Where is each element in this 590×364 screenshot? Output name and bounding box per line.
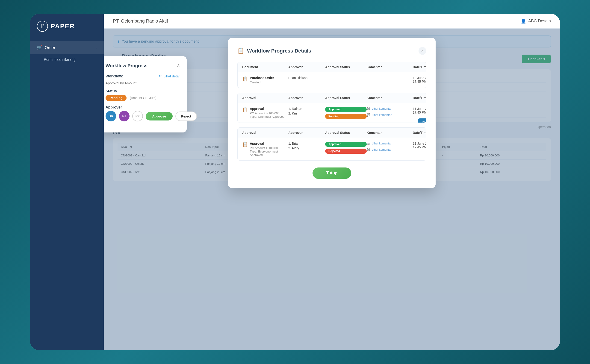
workflow-section-document: Document Approver Approval Status Koment… [237,62,426,88]
approval-icon2: 📋 [242,142,248,147]
logo-text: PAPER [51,23,75,30]
col-datetime3: Date/Time [413,131,426,135]
detail-link-text: Lihat detail [164,74,180,78]
approval2-title: Approval [250,142,288,145]
approver-name2: 2. Kris [288,111,325,115]
avatar-py: PY [132,111,143,121]
comment-link3[interactable]: 💬 Lihat komentar [367,142,413,145]
avatar-br: BR [105,111,116,121]
col-datetime2: Date/Time [413,96,426,100]
col-document: Document [242,65,288,69]
comment-text3: Lihat komentar [372,142,392,145]
workflow-label: Workflow: [105,74,123,78]
avatar-pj: PJ [119,111,130,121]
date2-line2: 17.45 PM [413,110,426,114]
workflow-modal: 📋 Workflow Progress Details × Document A… [228,38,436,188]
section-header: Document Approver Approval Status Koment… [238,62,426,72]
col-approval3: Approval [242,131,288,135]
komentar-col2: 💬 Lihat komentar 💬 Lihat komentar [367,107,413,118]
sidebar-logo: ℙ PAPER [30,21,104,41]
date-line2: 17.45 PM [413,80,426,83]
status-row: Pending (Amount >10 Juta) [105,95,180,101]
topbar: PT. Gelombang Radio Aktif 👤 ABC Desain [104,14,560,29]
workflow-section-approval1: Approval Approver Approval Status Koment… [237,93,426,123]
user-info: 👤 ABC Desain [521,19,551,24]
doc-col2: 📋 Approval PO Amount > 100.000 Type: One… [242,107,288,118]
panel-collapse-icon[interactable]: ∧ [177,63,180,69]
section-body-document: 📋 Purchase Order Created Brian Ridwan - … [238,72,426,88]
status-badge-pending1: Pending [325,114,367,119]
col-komentar2: Komentar [367,96,413,100]
date3-line1: 11 June 2020, [413,142,426,145]
col-komentar: Komentar [367,65,413,69]
doc-col: 📋 Purchase Order Created [242,76,288,84]
modal-footer: Tutup [237,168,426,179]
komentar-col: - [367,76,413,80]
status-badge-rejected: Rejected [325,149,367,154]
tutup-button[interactable]: Tutup [313,168,351,179]
comment-link2[interactable]: 💬 Lihat komentar [367,113,413,117]
page-content: ℹ You have a pending approval for this d… [104,29,560,350]
col-approval: Approval [242,96,288,100]
datetime-col3: 11 June 2020, 17.45 PM [413,142,426,149]
comment-icon2: 💬 [367,113,370,117]
detail-link[interactable]: 👁 Lihat detail [158,74,180,78]
approver-col: Brian Ridwan [288,76,325,80]
comment-icon1: 💬 [367,107,370,110]
workflow-panel: Workflow Progress ∧ Workflow: 👁 Lihat de… [104,56,187,132]
user-icon: 👤 [521,19,526,24]
col-datetime: Date/Time [413,65,426,69]
sidebar: ℙ PAPER 🛒 Order › Permintaan Barang [30,14,104,350]
approver-name4: 2. Aldry [288,146,325,150]
date2-line1: 11 June 2020, [413,107,426,110]
status-badge-approved1: Approved [325,107,367,112]
col-komentar3: Komentar [367,131,413,135]
approval-icon: 📋 [242,107,248,112]
approval-sub2: Type: One must Approved [250,115,284,118]
date-line1: 10 June 2020, [413,76,426,80]
company-name: PT. Gelombang Radio Aktif [113,19,168,24]
panel-status-badge: Pending [105,95,126,101]
approve-button[interactable]: Approve [146,112,173,120]
doc-title: Purchase Order [250,76,274,80]
eye-icon: 👁 [158,74,162,78]
doc-sub: Created [250,81,274,84]
status-col3: Approved Rejected [325,142,367,154]
section-body-approval1: 📋 Approval PO Amount > 100.000 Type: One… [238,103,426,123]
comment-link1[interactable]: 💬 Lihat komentar [367,107,413,110]
status-label: Status [105,89,180,93]
comment-text4: Lihat komentar [372,148,392,151]
reject-button[interactable]: Reject [175,111,197,121]
col-status3: Approval Status [325,131,367,135]
datetime-col2: 11 June 2020, 17.45 PM Oke, Lanjutkan pa… [413,107,426,114]
approval2-sub1: PO Amount > 100.000 [250,146,288,150]
comment-text2: Lihat komentar [372,113,392,117]
approver-col2: 1. Raihan 2. Kris [288,107,325,115]
main-content: PT. Gelombang Radio Aktif 👤 ABC Desain ℹ… [104,14,560,350]
panel-status-note: (Amount >10 Juta) [130,96,157,100]
datetime-col: 10 June 2020, 17.45 PM [413,76,426,83]
section-header2: Approval Approver Approval Status Koment… [238,93,426,103]
approvers-row: BR PJ PY Approve Reject [105,111,180,121]
doc-icon: 📋 [242,76,248,82]
panel-title: Workflow Progress [105,63,147,68]
col-status2: Approval Status [325,96,367,100]
modal-close-button[interactable]: × [419,47,426,55]
comment-link4[interactable]: 💬 Lihat komentar [367,148,413,151]
workflow-value: Approval by Amount [105,81,180,85]
approval-title: Approval [250,107,284,110]
col-approver3: Approver [288,131,325,135]
section-header3: Approval Approver Approval Status Koment… [238,128,426,138]
modal-icon: 📋 [237,48,244,54]
komentar-col3: 💬 Lihat komentar 💬 Lihat komentar [367,142,413,153]
sidebar-sub-permintaan[interactable]: Permintaan Barang [30,54,104,65]
status-col: - [325,76,367,80]
approver-name1: 1. Raihan [288,107,325,110]
logo-icon: ℙ [37,21,48,32]
comment-text1: Lihat komentar [372,107,392,110]
status-col2: Approved Pending [325,107,367,119]
tooltip-box: Oke, Lanjutkan pak [418,118,426,123]
sidebar-item-order[interactable]: 🛒 Order › [30,41,104,54]
modal-header: 📋 Workflow Progress Details × [237,47,426,55]
screen-container: ℙ PAPER 🛒 Order › Permintaan Barang PT. … [30,14,560,350]
